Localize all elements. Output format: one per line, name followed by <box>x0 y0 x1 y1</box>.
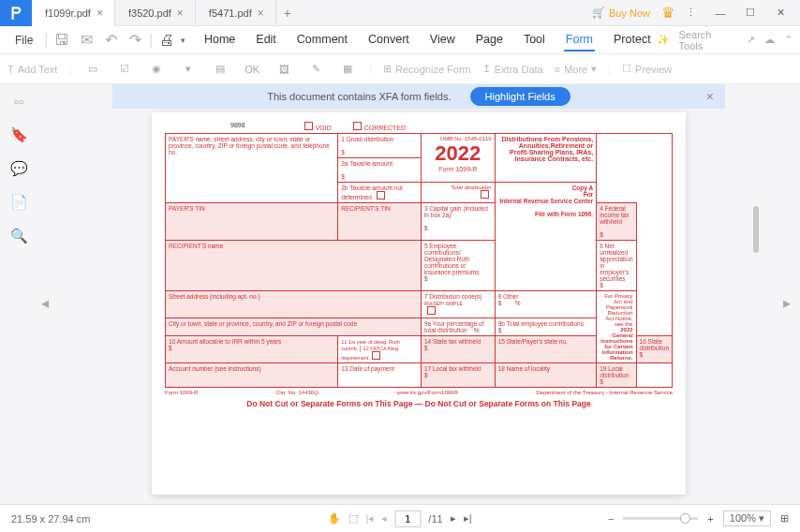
fit-page-icon[interactable]: ⊞ <box>780 512 789 525</box>
image-icon[interactable]: 🖼 <box>274 59 294 80</box>
pdf-page: 9898VOIDCORRECTED PAYER'S name, street a… <box>152 112 686 495</box>
wand-icon[interactable]: ✨ <box>657 34 670 46</box>
next-page-arrow[interactable]: ▸ <box>783 294 796 312</box>
file-menu[interactable]: File <box>7 34 40 47</box>
tab-comment[interactable]: Comment <box>295 29 349 52</box>
bookmark-icon[interactable]: 🔖 <box>10 126 28 143</box>
tab-edit[interactable]: Edit <box>254 29 278 52</box>
tab-bar: f1099r.pdf× f3520.pdf× f5471.pdf× + <box>32 0 592 26</box>
last-page-button[interactable]: ▸| <box>464 512 472 525</box>
save-icon[interactable]: 🖫 <box>52 30 73 51</box>
share-icon[interactable]: ↗ <box>747 34 755 46</box>
field-icon[interactable]: ▭ <box>82 59 103 80</box>
kebab-icon[interactable]: ⋮ <box>676 0 704 26</box>
maximize-button[interactable]: ☐ <box>736 0 764 26</box>
close-icon[interactable]: × <box>177 7 184 20</box>
tab-home[interactable]: Home <box>202 29 237 52</box>
xfa-message: This document contains XFA form fields. <box>267 91 451 102</box>
tab-protect[interactable]: Protect <box>612 29 653 52</box>
checkbox-icon[interactable]: ☑ <box>114 59 135 80</box>
first-page-button[interactable]: |◂ <box>365 512 374 525</box>
page-total: /11 <box>428 513 442 525</box>
tab-f1099r[interactable]: f1099r.pdf× <box>32 0 115 26</box>
sidebar: ▫▫ 🔖 💬 📄 🔍 <box>0 84 37 504</box>
date-icon[interactable]: ▦ <box>337 59 358 80</box>
extra-data-button[interactable]: ↥ Extra Data <box>482 63 543 75</box>
hand-tool-icon[interactable]: ✋ <box>328 512 341 525</box>
dropdown-icon[interactable]: ▾ <box>178 59 199 80</box>
print-icon[interactable]: 🖨 <box>156 30 177 51</box>
add-text-button[interactable]: T Add Text <box>7 64 57 75</box>
tab-form[interactable]: Form <box>564 29 595 52</box>
app-icon <box>0 0 32 26</box>
close-icon[interactable]: × <box>96 7 103 20</box>
add-tab-button[interactable]: + <box>276 0 299 26</box>
zoom-out-button[interactable]: − <box>608 513 614 525</box>
close-icon[interactable]: × <box>706 89 714 104</box>
mail-icon[interactable]: ✉ <box>76 30 96 51</box>
minimize-button[interactable]: — <box>706 0 734 26</box>
recognize-form-button[interactable]: ⊞ Recognize Form <box>383 63 471 75</box>
thumbnails-icon[interactable]: ▫▫ <box>14 94 24 110</box>
list-icon[interactable]: ▤ <box>210 59 230 80</box>
sign-icon[interactable]: ✎ <box>305 59 326 80</box>
crown-icon[interactable]: ♛ <box>661 4 674 22</box>
page-number-input[interactable] <box>394 510 421 527</box>
comment-icon[interactable]: 💬 <box>10 160 28 177</box>
tab-view[interactable]: View <box>428 29 457 52</box>
prev-page-arrow[interactable]: ◂ <box>41 294 54 312</box>
tab-page[interactable]: Page <box>474 29 505 52</box>
radio-icon[interactable]: ◉ <box>146 59 167 80</box>
tab-convert[interactable]: Convert <box>366 29 411 52</box>
more-button[interactable]: ≡ More ▾ <box>555 63 597 75</box>
redo-icon[interactable]: ↷ <box>125 30 145 51</box>
close-button[interactable]: ✕ <box>766 0 794 26</box>
buy-now-link[interactable]: 🛒 Buy Now <box>592 7 650 19</box>
zoom-level[interactable]: 100% ▾ <box>723 510 771 526</box>
tab-f3520[interactable]: f3520.pdf× <box>115 0 196 26</box>
select-tool-icon[interactable]: ⬚ <box>348 512 358 525</box>
zoom-in-button[interactable]: + <box>707 513 713 525</box>
tab-tool[interactable]: Tool <box>522 29 547 52</box>
preview-button[interactable]: ☐ Preview <box>622 63 672 75</box>
chevron-up-icon[interactable]: ⌃ <box>784 34 793 46</box>
scrollbar-thumb[interactable] <box>753 206 759 253</box>
tab-f5471[interactable]: f5471.pdf× <box>196 0 276 26</box>
zoom-slider[interactable] <box>623 517 698 520</box>
search-icon[interactable]: 🔍 <box>10 228 28 244</box>
page-dimensions: 21.59 x 27.94 cm <box>11 513 90 525</box>
close-icon[interactable]: × <box>258 7 264 20</box>
attachment-icon[interactable]: 📄 <box>10 194 28 211</box>
button-icon[interactable]: OK <box>242 59 262 80</box>
cloud-icon[interactable]: ☁ <box>764 34 775 46</box>
highlight-fields-button[interactable]: Highlight Fields <box>470 87 570 106</box>
undo-icon[interactable]: ↶ <box>100 30 121 51</box>
next-page-button[interactable]: ▸ <box>451 512 456 525</box>
prev-page-button[interactable]: ◂ <box>381 512 387 525</box>
search-tools-input[interactable]: Search Tools <box>679 29 737 52</box>
